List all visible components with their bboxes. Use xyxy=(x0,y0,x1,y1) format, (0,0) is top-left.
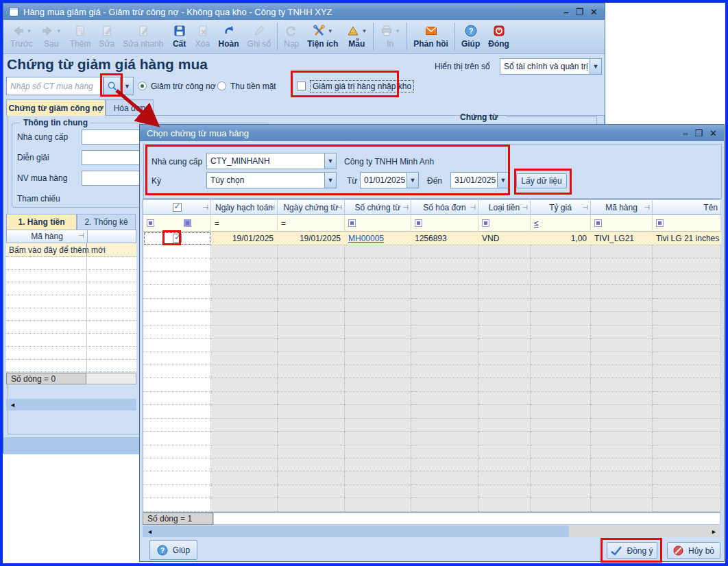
pin-icon[interactable]: ⊣ xyxy=(582,204,588,211)
grid-empty-row[interactable] xyxy=(143,405,720,418)
filter-list-icon[interactable] xyxy=(415,219,422,227)
scroll-left-icon[interactable]: ◄ xyxy=(10,402,16,408)
pin-icon[interactable]: ⊣ xyxy=(470,204,476,211)
grid-header-row[interactable]: ⊣Ngày hạch toán⊣Ngày chứng từ⊣Số chứng t… xyxy=(143,200,720,215)
dialog-maximize-button[interactable]: ❐ xyxy=(694,128,703,138)
grid-empty-row[interactable] xyxy=(143,285,720,298)
left-grid-hscrollbar[interactable]: ◄ xyxy=(6,399,136,410)
filter-list-icon[interactable] xyxy=(656,219,664,227)
voucher-link[interactable]: MH00005 xyxy=(348,234,384,243)
grid-empty-row[interactable] xyxy=(143,325,720,339)
dialog-close-button[interactable]: ✕ xyxy=(709,128,717,138)
left-grid-empty-row[interactable] xyxy=(6,321,136,334)
cell-value: 1256893 xyxy=(415,234,447,243)
dialog-minimize-button[interactable]: – xyxy=(683,128,688,138)
add-new-row-hint[interactable]: Bấm vào đây để thêm mới xyxy=(6,243,136,257)
left-grid-empty-row[interactable] xyxy=(6,360,136,373)
row-select-checkbox[interactable] xyxy=(173,234,182,243)
dialog-period-select[interactable]: Tùy chọn ▼ xyxy=(206,172,337,188)
description-field-input[interactable] xyxy=(82,150,141,165)
grid-empty-row[interactable] xyxy=(143,498,720,511)
left-grid-empty-row[interactable] xyxy=(6,295,136,308)
pin-icon[interactable]: ⊣ xyxy=(202,204,208,211)
filter-list-icon[interactable] xyxy=(147,219,154,227)
grid-empty-row[interactable] xyxy=(143,432,720,445)
pin-icon[interactable]: ⊣ xyxy=(522,204,528,211)
from-date-select[interactable]: 01/01/2025 ▼ xyxy=(360,172,419,188)
grid-empty-row[interactable] xyxy=(143,378,720,391)
scroll-left-icon[interactable]: ◄ xyxy=(147,528,153,535)
toolbar-button-tiện-ích[interactable]: ▼Tiện ích xyxy=(303,21,342,51)
fetch-data-button[interactable]: Lấy dữ liệu xyxy=(516,173,567,188)
tab-voucher[interactable]: Chứng từ giảm công nợ xyxy=(6,99,106,116)
toolbar-button-đóng[interactable]: Đóng xyxy=(484,21,513,51)
ok-button[interactable]: Đồng ý xyxy=(607,542,657,559)
toolbar-button-phản-hồi[interactable]: Phản hồi xyxy=(409,21,452,51)
grid-empty-row[interactable] xyxy=(143,445,720,458)
filter-list-icon[interactable] xyxy=(594,219,602,227)
pin-icon[interactable]: ⊣ xyxy=(78,232,84,239)
dialog-row-count: Số dòng = 1 xyxy=(143,513,213,525)
scrollbar-thumb[interactable] xyxy=(143,526,569,537)
chevron-down-icon: ▼ xyxy=(500,177,507,184)
grid-empty-row[interactable] xyxy=(143,471,720,484)
tab-invoice[interactable]: Hóa đơn xyxy=(106,99,154,116)
grid-empty-row[interactable] xyxy=(143,312,720,325)
pin-icon[interactable]: ⊣ xyxy=(336,204,342,211)
cancel-button[interactable]: Hủy bỏ xyxy=(667,542,720,559)
left-grid-empty-row[interactable] xyxy=(6,282,136,295)
filter-list-icon[interactable] xyxy=(348,219,356,227)
close-button[interactable]: ✕ xyxy=(590,7,598,17)
search-dropdown-button[interactable]: ▼ xyxy=(121,77,134,95)
grid-empty-row[interactable] xyxy=(143,392,720,405)
search-button[interactable] xyxy=(104,77,121,95)
radio-cash-option[interactable]: Thu tiền mặt xyxy=(217,77,276,95)
toolbar-button-giúp[interactable]: ?Giúp xyxy=(457,21,484,51)
grid-filter-row[interactable]: ==≤ xyxy=(143,215,720,232)
toolbar-button-hoàn[interactable]: Hoàn xyxy=(215,21,243,51)
grid-empty-row[interactable] xyxy=(143,419,720,432)
power-icon xyxy=(492,24,506,38)
dialog-help-button[interactable]: ? Giúp xyxy=(149,540,197,560)
grid-empty-row[interactable] xyxy=(143,258,720,271)
select-all-checkbox[interactable] xyxy=(173,203,182,212)
buyer-field-input[interactable] xyxy=(82,171,141,186)
subtab-stats[interactable]: 2. Thống kê xyxy=(77,214,136,230)
scroll-right-icon[interactable]: ► xyxy=(711,528,717,535)
toolbar-button-cất[interactable]: Cất xyxy=(168,21,191,51)
grid-empty-row[interactable] xyxy=(143,352,720,365)
left-grid-header[interactable]: Mã hàng ⊣ xyxy=(6,230,136,243)
grid-empty-row[interactable] xyxy=(143,339,720,352)
grid-empty-row[interactable] xyxy=(143,458,720,471)
supplier-field-input[interactable] xyxy=(82,130,141,145)
grid-empty-row[interactable] xyxy=(143,485,720,498)
left-grid-empty-row[interactable] xyxy=(6,257,136,270)
grid-empty-row[interactable] xyxy=(143,245,720,258)
grid-empty-row[interactable] xyxy=(143,365,720,378)
dialog-hscrollbar[interactable]: ◄ ► xyxy=(143,526,720,537)
display-on-book-select[interactable]: Sổ tài chính và quản trị ▼ xyxy=(500,58,602,75)
pin-icon[interactable]: ⊣ xyxy=(402,204,409,211)
minimize-button[interactable]: – xyxy=(563,7,568,17)
to-date-select[interactable]: 31/01/2025 ▼ xyxy=(450,172,509,188)
grid-empty-row[interactable] xyxy=(143,299,720,312)
reduce-stock-checkbox[interactable]: Giảm giá trị hàng nhập kho xyxy=(297,77,414,95)
left-grid-empty-row[interactable] xyxy=(6,347,136,360)
left-grid-empty-row[interactable] xyxy=(6,308,136,321)
toolbar-button-mẫu[interactable]: ▼Mẫu xyxy=(342,21,371,51)
toolbar-separator xyxy=(407,23,407,50)
grid-empty-row[interactable] xyxy=(143,272,720,285)
pin-icon[interactable]: ⊣ xyxy=(644,204,650,211)
subtab-money[interactable]: 1. Hàng tiền xyxy=(6,214,77,230)
maximize-button[interactable]: ❐ xyxy=(575,7,583,17)
filter-list-icon[interactable] xyxy=(482,219,489,227)
left-grid-empty-row[interactable] xyxy=(6,334,136,347)
filter-list-icon[interactable] xyxy=(184,219,191,227)
left-grid-empty-row[interactable] xyxy=(6,270,136,283)
search-input[interactable]: Nhập số CT mua hàng xyxy=(6,77,104,95)
pin-icon[interactable]: ⊣ xyxy=(269,204,275,211)
radio-debt-option[interactable]: Giảm trừ công nợ xyxy=(138,77,216,95)
toolbar: ▼Trước▼SauThêmSửaSửa nhanhCấtXóaHoànGhi … xyxy=(3,20,605,54)
voucher-data-row[interactable]: 19/01/202519/01/2025MH000051256893VND1,0… xyxy=(143,232,720,245)
dialog-supplier-select[interactable]: CTY_MINHANH ▼ xyxy=(206,153,337,169)
